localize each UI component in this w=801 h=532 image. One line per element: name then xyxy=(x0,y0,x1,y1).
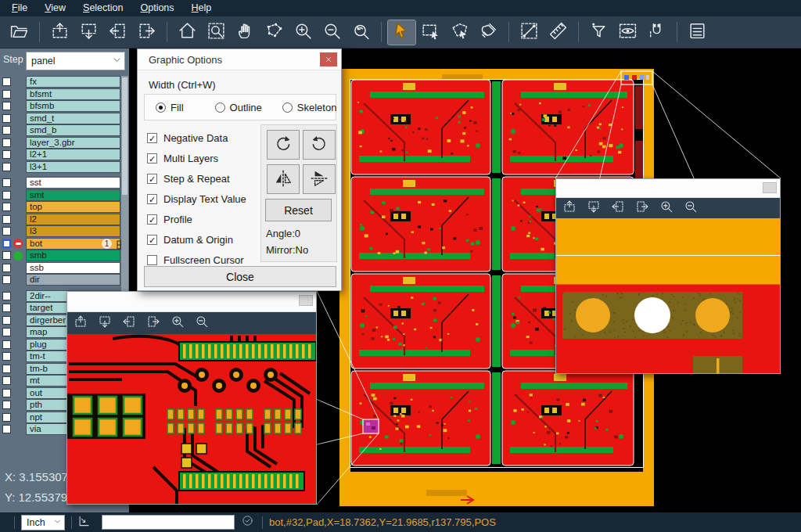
arrow-up-button[interactable] xyxy=(74,315,88,332)
menu-view[interactable]: View xyxy=(36,0,74,16)
magnifier-content[interactable] xyxy=(556,218,780,373)
zoom-out-button[interactable] xyxy=(684,200,698,217)
layer-checkbox[interactable] xyxy=(2,401,11,409)
layer-label[interactable]: bfsmt xyxy=(26,88,120,100)
reset-button[interactable]: Reset xyxy=(265,199,332,221)
command-input[interactable] xyxy=(102,515,235,530)
open-button[interactable] xyxy=(5,20,33,45)
magnifier-title-bar[interactable] xyxy=(556,179,780,198)
zoom-in-button[interactable] xyxy=(659,200,673,217)
layer-label[interactable]: fx xyxy=(26,76,120,88)
layer-checkbox[interactable] xyxy=(2,178,11,187)
layer-checkbox[interactable] xyxy=(2,328,11,336)
close-icon[interactable] xyxy=(320,52,337,66)
layer-checkbox[interactable] xyxy=(2,365,11,373)
snap-button[interactable] xyxy=(643,20,670,45)
measure-points-button[interactable] xyxy=(515,20,543,45)
layer-checkbox[interactable] xyxy=(2,352,11,361)
layer-checkbox[interactable] xyxy=(2,77,11,86)
move-right-button[interactable] xyxy=(133,20,160,45)
layer-label[interactable]: dir xyxy=(26,274,120,286)
arrow-left-button[interactable] xyxy=(122,315,136,332)
mirror-h-button[interactable] xyxy=(267,164,300,194)
pan-button[interactable] xyxy=(232,20,259,45)
zoom-out-button[interactable] xyxy=(318,20,346,45)
select-rectangle-button[interactable] xyxy=(417,20,444,45)
dialog-title-bar[interactable]: Graphic Options xyxy=(138,49,341,70)
magnifier-content[interactable] xyxy=(67,334,316,504)
clear-highlight-button[interactable] xyxy=(475,20,502,45)
radio-fill[interactable]: Fill xyxy=(156,102,184,113)
sync-icon[interactable] xyxy=(241,514,254,530)
zoom-in-button[interactable] xyxy=(171,315,185,332)
zoom-window-button[interactable] xyxy=(203,20,230,45)
menu-selection[interactable]: Selection xyxy=(74,0,131,16)
checkbox-datum-origin[interactable]: ✓Datum & Origin xyxy=(147,229,260,250)
layer-label[interactable]: l3+1 xyxy=(26,161,120,173)
layer-checkbox[interactable] xyxy=(2,292,11,300)
step-dropdown[interactable]: panel xyxy=(26,52,125,70)
layer-checkbox[interactable] xyxy=(2,413,11,422)
layer-checkbox[interactable] xyxy=(2,264,11,272)
layer-label[interactable]: layer_3.gbr xyxy=(26,137,120,149)
layer-checkbox[interactable] xyxy=(2,90,11,99)
layer-checkbox[interactable] xyxy=(2,251,11,260)
layer-checkbox[interactable] xyxy=(2,203,11,211)
layer-label[interactable]: l2+1 xyxy=(26,149,120,160)
window-button[interactable] xyxy=(763,182,777,193)
layer-checkbox[interactable] xyxy=(2,102,11,110)
checkbox-multi-layers[interactable]: ✓Multi Layers xyxy=(147,148,260,168)
arrow-left-button[interactable] xyxy=(611,200,625,217)
rotate-cw-button[interactable] xyxy=(267,130,300,160)
layer-checkbox[interactable] xyxy=(2,138,11,147)
arrow-right-button[interactable] xyxy=(635,200,649,217)
select-button[interactable] xyxy=(388,20,415,45)
layer-green-indicator[interactable] xyxy=(13,251,23,261)
zoom-previous-button[interactable] xyxy=(347,20,375,45)
layer-checkbox[interactable] xyxy=(2,316,11,325)
zoom-home-button[interactable] xyxy=(174,20,201,45)
layer-checkbox[interactable] xyxy=(2,150,11,159)
arrow-down-button[interactable] xyxy=(98,315,112,332)
arrow-up-button[interactable] xyxy=(562,200,577,217)
checkbox-negative-data[interactable]: ✓Negative Data xyxy=(147,128,260,148)
arrow-down-button[interactable] xyxy=(587,200,601,217)
unit-dropdown[interactable]: Inch xyxy=(21,515,65,530)
zoom-in-button[interactable] xyxy=(289,20,317,45)
zoom-out-button[interactable] xyxy=(195,315,209,332)
arrow-right-button[interactable] xyxy=(146,315,160,332)
move-left-button[interactable] xyxy=(104,20,131,45)
layer-checkbox[interactable] xyxy=(2,425,11,433)
filter-button[interactable] xyxy=(585,20,612,45)
measure-ruler-button[interactable] xyxy=(544,20,572,45)
checkbox-step-repeat[interactable]: ✓Step & Repeat xyxy=(147,168,260,189)
layer-checkbox[interactable] xyxy=(2,163,11,171)
radio-skeleton[interactable]: Skeleton xyxy=(282,102,337,113)
corner-angle-icon[interactable] xyxy=(77,514,91,531)
layers-panel-button[interactable] xyxy=(684,20,711,45)
layer-label[interactable]: smd_t xyxy=(26,113,120,124)
layer-label[interactable]: l3 xyxy=(26,225,120,237)
layer-checkbox[interactable] xyxy=(2,215,11,224)
layer-label[interactable]: sst xyxy=(26,177,120,189)
window-button[interactable] xyxy=(299,295,313,306)
layer-checkbox[interactable] xyxy=(2,304,11,312)
rotate-ccw-button[interactable] xyxy=(303,130,336,160)
mirror-v-button[interactable] xyxy=(303,164,336,194)
layer-label[interactable]: top xyxy=(26,201,120,213)
layer-red-indicator[interactable] xyxy=(13,239,23,248)
layer-label[interactable]: bfsmb xyxy=(26,100,120,112)
layer-checkbox[interactable] xyxy=(2,114,11,123)
menu-help[interactable]: Help xyxy=(183,0,221,16)
zoom-polygon-button[interactable] xyxy=(260,20,288,45)
layer-label[interactable]: smb xyxy=(26,250,120,261)
layer-checkbox[interactable] xyxy=(2,340,11,349)
layer-checkbox[interactable] xyxy=(2,275,11,284)
layer-checkbox[interactable] xyxy=(2,227,11,235)
layer-label[interactable]: smt xyxy=(26,189,120,201)
magnifier-title-bar[interactable] xyxy=(67,292,316,312)
menu-options[interactable]: Options xyxy=(131,0,182,16)
checkbox-profile[interactable]: ✓Profile xyxy=(147,209,260,229)
move-down-button[interactable] xyxy=(75,20,102,45)
move-up-button[interactable] xyxy=(46,20,74,45)
